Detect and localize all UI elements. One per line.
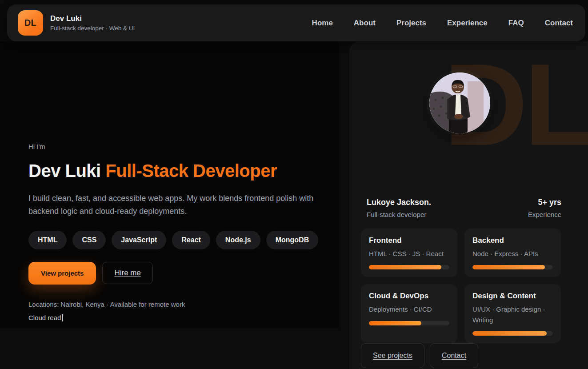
skill-card-detail: HTML · CSS · JS · React — [369, 249, 449, 259]
portfolio-page: DL Dev Luki Full-stack developer · Web &… — [0, 0, 588, 369]
nav-link-contact[interactable]: Contact — [545, 19, 573, 28]
hero-cta-row: View projects Hire me — [28, 262, 322, 285]
hero-section: Hi I'm Dev Luki Full-Stack Developer I b… — [0, 41, 339, 328]
experience-summary: 5+ yrs Experience — [528, 198, 561, 218]
skill-pill-css[interactable]: CSS — [72, 231, 106, 249]
skill-card-detail: Deployments · CI/CD — [369, 304, 449, 314]
progress-fill — [369, 265, 441, 269]
hero-title-name: Dev Luki — [28, 161, 101, 180]
skill-pill-html[interactable]: HTML — [28, 231, 67, 249]
skill-card-title: Frontend — [369, 236, 449, 245]
skills-grid: Frontend HTML · CSS · JS · React Backend… — [361, 229, 561, 343]
progress-track — [369, 265, 449, 269]
skill-pill-javascript[interactable]: JavaScript — [112, 231, 166, 249]
skill-pill-mongodb[interactable]: MongoDB — [266, 231, 319, 249]
nav-link-projects[interactable]: Projects — [396, 19, 426, 28]
skill-pill-nodejs[interactable]: Node.js — [216, 231, 260, 249]
skill-pill-react[interactable]: React — [172, 231, 210, 249]
hero-kicker: Hi I'm — [28, 143, 322, 150]
see-projects-button[interactable]: See projects — [361, 343, 424, 368]
hero-content: Hi I'm Dev Luki Full-Stack Developer I b… — [28, 143, 322, 321]
nav-link-faq[interactable]: FAQ — [508, 19, 524, 28]
nav-link-experience[interactable]: Experience — [447, 19, 488, 28]
contact-button[interactable]: Contact — [430, 343, 478, 368]
profile-identity: Lukoye Jackson. Full-stack developer — [367, 198, 431, 218]
typing-caret — [62, 314, 63, 321]
skill-card-design-content: Design & Content UI/UX · Graphic design … — [464, 284, 561, 343]
hero-title: Dev Luki Full-Stack Developer — [28, 161, 322, 180]
skill-card-cloud-devops: Cloud & DevOps Deployments · CI/CD — [361, 284, 457, 343]
card-cta-row: See projects Contact — [361, 343, 478, 368]
progress-fill — [472, 265, 545, 269]
skill-card-frontend: Frontend HTML · CSS · JS · React — [361, 229, 457, 277]
profile-photo-illustration — [429, 72, 490, 133]
experience-value: 5+ yrs — [528, 198, 561, 207]
skill-card-title: Backend — [472, 236, 553, 245]
profile-summary-row: Lukoye Jackson. Full-stack developer 5+ … — [367, 198, 561, 218]
skill-pill-row: HTML CSS JavaScript React Node.js MongoD… — [28, 231, 322, 249]
progress-fill — [369, 321, 421, 325]
navbar: DL Dev Luki Full-stack developer · Web &… — [7, 4, 585, 41]
location-line: Locations: Nairobi, Kenya · Available fo… — [28, 301, 322, 308]
skill-card-title: Cloud & DevOps — [369, 292, 449, 301]
nav-link-about[interactable]: About — [354, 19, 376, 28]
profile-name: Lukoye Jackson. — [367, 198, 431, 207]
typing-text: Cloud read — [28, 314, 61, 321]
brand-tagline: Full-stack developer · Web & UI — [50, 25, 135, 32]
profile-card: DL — [349, 41, 588, 369]
progress-fill — [472, 331, 547, 336]
typing-line: Cloud read — [28, 314, 322, 321]
progress-track — [472, 265, 553, 269]
brand-name: Dev Luki — [50, 14, 135, 23]
logo-badge[interactable]: DL — [18, 10, 43, 36]
skill-card-title: Design & Content — [472, 292, 553, 301]
skill-card-detail: Node · Express · APIs — [472, 249, 553, 259]
profile-photo — [429, 72, 490, 133]
nav-links: Home About Projects Experience FAQ Conta… — [312, 19, 573, 28]
view-projects-button[interactable]: View projects — [28, 262, 96, 285]
experience-label: Experience — [528, 211, 561, 218]
brand: Dev Luki Full-stack developer · Web & UI — [50, 14, 135, 32]
skill-card-detail: UI/UX · Graphic design · Writing — [472, 304, 553, 325]
progress-track — [369, 321, 449, 325]
hero-title-role: Full-Stack Developer — [105, 161, 277, 180]
progress-track — [472, 331, 553, 336]
profile-role: Full-stack developer — [367, 211, 431, 218]
nav-link-home[interactable]: Home — [312, 19, 333, 28]
hire-me-button[interactable]: Hire me — [102, 262, 153, 284]
skill-card-backend: Backend Node · Express · APIs — [464, 229, 561, 277]
hero-description: I build clean, fast, and accessible web … — [28, 192, 316, 218]
